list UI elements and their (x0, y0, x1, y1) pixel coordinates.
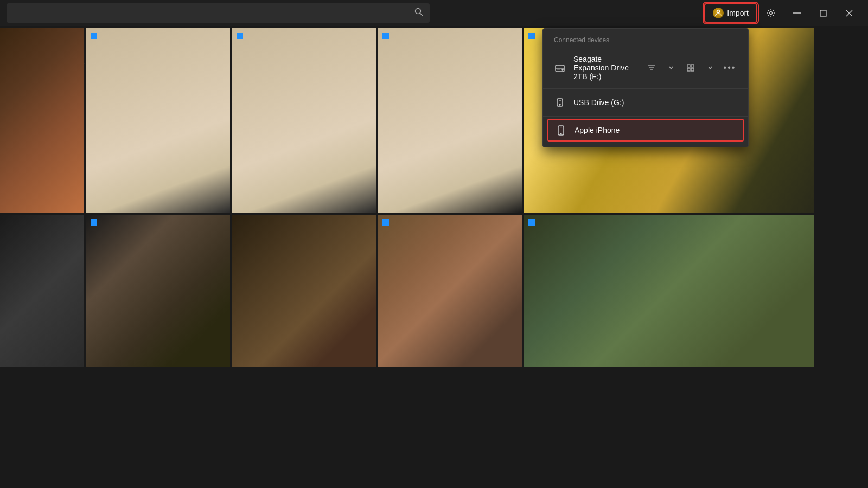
minimize-button[interactable] (784, 3, 809, 23)
photo-cell-3[interactable] (378, 28, 522, 213)
hard-drive-icon (554, 62, 566, 74)
photo-cell-5[interactable] (0, 215, 84, 367)
device-item-usb[interactable]: USB Drive (G:) (543, 91, 748, 114)
svg-point-25 (560, 133, 561, 134)
search-area[interactable] (7, 3, 430, 23)
search-icon (414, 8, 423, 18)
photo-cell-7[interactable] (232, 215, 376, 367)
svg-point-2 (717, 10, 720, 13)
photo-cell-1[interactable] (86, 28, 230, 213)
connected-devices-label: Connected devices (543, 33, 748, 49)
svg-rect-18 (687, 68, 690, 71)
photo-cell-6[interactable] (86, 215, 230, 367)
svg-line-1 (420, 14, 423, 16)
svg-point-11 (562, 69, 563, 70)
selection-mark-8 (382, 219, 389, 226)
device-item-iphone[interactable]: Apple iPhone (547, 119, 744, 142)
title-bar-controls: Import (704, 3, 861, 23)
grid-icon[interactable] (683, 60, 698, 75)
selection-mark-1 (91, 33, 97, 39)
import-label: Import (727, 9, 749, 17)
divider-2 (543, 116, 748, 117)
iphone-label: Apple iPhone (575, 126, 620, 134)
import-button[interactable]: Import (704, 3, 757, 23)
title-bar: Import (0, 0, 868, 26)
chevron-down-icon-seagate[interactable] (663, 60, 679, 75)
settings-button[interactable] (758, 3, 783, 23)
restore-button[interactable] (810, 3, 835, 23)
selection-mark-9 (528, 219, 535, 226)
connected-devices-dropdown: Connected devices Seagate Expansion Driv… (542, 28, 749, 147)
svg-point-4 (770, 12, 773, 15)
selection-mark-3 (382, 33, 389, 39)
usb-drive-icon (554, 97, 566, 108)
svg-rect-6 (820, 10, 826, 16)
svg-point-22 (559, 104, 560, 105)
selection-mark-2 (237, 33, 243, 39)
close-button[interactable] (837, 3, 861, 23)
divider-1 (543, 88, 748, 89)
seagate-actions: ••• (644, 60, 737, 75)
chevron-down-icon-grid[interactable] (703, 60, 718, 75)
svg-rect-17 (691, 65, 694, 67)
svg-rect-16 (687, 65, 690, 67)
svg-point-0 (416, 9, 421, 14)
import-person-icon (713, 8, 724, 18)
selection-mark-4 (528, 33, 535, 39)
more-options-icon-seagate[interactable]: ••• (722, 60, 737, 75)
usb-drive-label: USB Drive (G:) (573, 98, 624, 107)
seagate-label: Seagate Expansion Drive 2TB (F:) (573, 55, 636, 81)
filter-icon[interactable] (644, 60, 659, 75)
svg-rect-19 (691, 68, 694, 71)
photo-cell-8[interactable] (378, 215, 522, 367)
phone-icon (555, 124, 567, 136)
photo-cell-0[interactable] (0, 28, 84, 213)
photo-cell-9[interactable] (524, 215, 814, 367)
device-item-seagate[interactable]: Seagate Expansion Drive 2TB (F:) (543, 49, 748, 86)
selection-mark-6 (91, 219, 97, 226)
photo-cell-2[interactable] (232, 28, 376, 213)
